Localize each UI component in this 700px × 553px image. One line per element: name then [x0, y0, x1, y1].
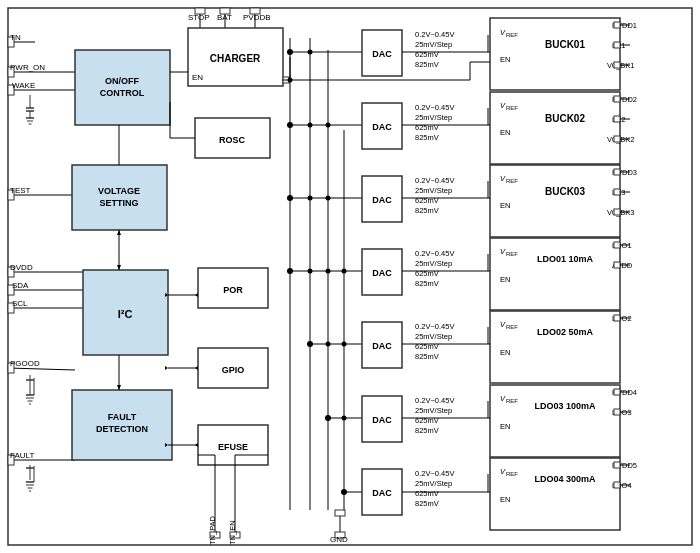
svg-text:POR: POR — [223, 285, 243, 295]
svg-rect-109 — [614, 22, 620, 28]
svg-text:TN_PAD: TN_PAD — [208, 515, 217, 545]
svg-text:BAT: BAT — [217, 13, 232, 22]
svg-point-287 — [342, 416, 347, 421]
svg-point-260 — [287, 49, 293, 55]
svg-text:DVDD: DVDD — [10, 263, 33, 272]
svg-point-276 — [288, 78, 293, 83]
svg-point-262 — [287, 195, 293, 201]
svg-rect-181 — [614, 262, 620, 268]
svg-text:GND: GND — [330, 535, 348, 544]
svg-rect-215 — [614, 389, 620, 395]
svg-text:TN_EN: TN_EN — [228, 520, 237, 545]
svg-text:DAC: DAC — [372, 341, 392, 351]
svg-point-286 — [342, 342, 347, 347]
svg-text:DETECTION: DETECTION — [96, 424, 148, 434]
svg-text:825mV: 825mV — [415, 133, 439, 142]
svg-text:0.2V~0.45V: 0.2V~0.45V — [415, 322, 454, 331]
svg-text:REF: REF — [506, 251, 518, 257]
svg-text:LDO04 300mA: LDO04 300mA — [534, 474, 596, 484]
svg-text:SDA: SDA — [12, 281, 29, 290]
svg-text:CONTROL: CONTROL — [100, 88, 145, 98]
svg-rect-238 — [614, 482, 620, 488]
svg-text:EN: EN — [500, 495, 510, 504]
svg-point-266 — [341, 489, 347, 495]
svg-text:25mV/Step: 25mV/Step — [415, 406, 452, 415]
svg-text:TN: TN — [10, 33, 21, 42]
svg-rect-161 — [614, 209, 620, 215]
svg-text:825mV: 825mV — [415, 206, 439, 215]
svg-text:WAKE: WAKE — [12, 81, 35, 90]
svg-text:25mV/Step: 25mV/Step — [415, 186, 452, 195]
svg-text:625mV: 625mV — [415, 196, 439, 205]
svg-text:CHARGER: CHARGER — [210, 53, 261, 64]
svg-point-282 — [326, 196, 331, 201]
svg-text:PVDDB: PVDDB — [243, 13, 271, 22]
svg-text:FAULT: FAULT — [10, 451, 34, 460]
svg-rect-158 — [614, 189, 620, 195]
svg-point-281 — [326, 269, 331, 274]
svg-text:625mV: 625mV — [415, 342, 439, 351]
svg-text:GPIO: GPIO — [222, 365, 245, 375]
svg-text:625mV: 625mV — [415, 50, 439, 59]
svg-text:PGOOD: PGOOD — [10, 359, 40, 368]
svg-rect-275 — [335, 510, 345, 516]
svg-text:PWR_ON: PWR_ON — [10, 63, 45, 72]
svg-rect-132 — [614, 96, 620, 102]
svg-text:DAC: DAC — [372, 268, 392, 278]
svg-text:LDO02 50mA: LDO02 50mA — [537, 327, 594, 337]
svg-text:REF: REF — [506, 32, 518, 38]
svg-text:REF: REF — [506, 471, 518, 477]
svg-point-265 — [325, 415, 331, 421]
svg-text:825mV: 825mV — [415, 279, 439, 288]
svg-point-280 — [308, 50, 313, 55]
svg-text:EN: EN — [500, 348, 510, 357]
svg-rect-155 — [614, 169, 620, 175]
svg-text:SCL: SCL — [12, 299, 28, 308]
svg-text:0.2V~0.45V: 0.2V~0.45V — [415, 249, 454, 258]
svg-text:I²C: I²C — [118, 308, 133, 320]
svg-rect-207 — [490, 385, 620, 457]
svg-text:LDO03 100mA: LDO03 100mA — [534, 401, 596, 411]
schematic-svg: TN PWR_ON WAKE TEST DVDD SDA SCL PGOOD F… — [0, 0, 700, 553]
svg-rect-235 — [614, 462, 620, 468]
svg-text:SETTING: SETTING — [99, 198, 138, 208]
svg-point-285 — [342, 269, 347, 274]
svg-text:0.2V~0.45V: 0.2V~0.45V — [415, 396, 454, 405]
svg-text:25mV/Step: 25mV/Step — [415, 259, 452, 268]
svg-text:EN: EN — [500, 201, 510, 210]
svg-text:625mV: 625mV — [415, 123, 439, 132]
svg-text:REF: REF — [506, 178, 518, 184]
svg-text:825mV: 825mV — [415, 60, 439, 69]
svg-text:625mV: 625mV — [415, 269, 439, 278]
svg-text:25mV/Step: 25mV/Step — [415, 332, 452, 341]
diagram: TN PWR_ON WAKE TEST DVDD SDA SCL PGOOD F… — [0, 0, 700, 553]
svg-text:ON/OFF: ON/OFF — [105, 76, 139, 86]
svg-point-277 — [308, 269, 313, 274]
svg-text:REF: REF — [506, 324, 518, 330]
svg-rect-198 — [614, 315, 620, 321]
svg-rect-227 — [490, 458, 620, 530]
svg-rect-138 — [614, 136, 620, 142]
svg-text:625mV: 625mV — [415, 416, 439, 425]
svg-point-279 — [308, 123, 313, 128]
svg-text:BUCK03: BUCK03 — [545, 186, 585, 197]
svg-text:REF: REF — [506, 105, 518, 111]
svg-rect-115 — [614, 62, 620, 68]
svg-text:STOP: STOP — [188, 13, 210, 22]
svg-text:825mV: 825mV — [415, 499, 439, 508]
svg-rect-112 — [614, 42, 620, 48]
svg-text:DAC: DAC — [372, 122, 392, 132]
svg-point-284 — [326, 342, 331, 347]
svg-text:DAC: DAC — [372, 488, 392, 498]
svg-text:825mV: 825mV — [415, 352, 439, 361]
svg-text:0.2V~0.45V: 0.2V~0.45V — [415, 469, 454, 478]
svg-rect-218 — [614, 409, 620, 415]
svg-text:BUCK02: BUCK02 — [545, 113, 585, 124]
svg-point-263 — [287, 268, 293, 274]
svg-text:25mV/Step: 25mV/Step — [415, 479, 452, 488]
svg-text:0.2V~0.45V: 0.2V~0.45V — [415, 30, 454, 39]
svg-text:FAULT: FAULT — [108, 412, 137, 422]
svg-text:625mV: 625mV — [415, 489, 439, 498]
svg-text:REF: REF — [506, 398, 518, 404]
svg-point-261 — [287, 122, 293, 128]
